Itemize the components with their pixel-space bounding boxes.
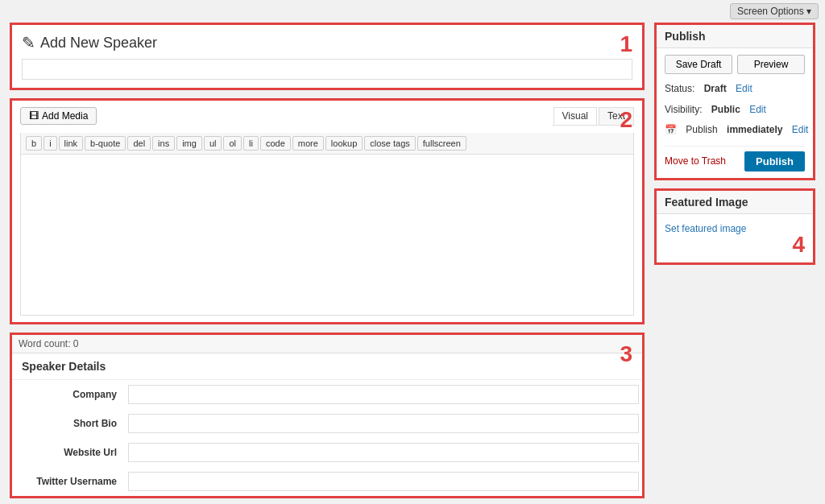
media-icon: 🎞 [29,110,39,122]
toolbar-ul[interactable]: ul [204,136,222,151]
meta-section: Word count: 0 Speaker Details Company Sh… [10,333,645,498]
toolbar-ins[interactable]: ins [152,136,175,151]
editor-section: 🎞 Add Media Visual Text b i link b-quote… [10,98,645,324]
featured-image-panel: Featured Image Set featured image 4 [654,188,815,265]
editor-body[interactable] [20,155,634,316]
twitter-username-label: Twitter Username [12,467,125,496]
toolbar-del[interactable]: del [127,136,151,151]
website-url-label: Website Url [12,438,125,467]
toolbar-fullscreen[interactable]: fullscreen [417,136,466,151]
set-featured-image-link[interactable]: Set featured image [665,223,746,234]
publish-time-label: Publish [686,122,717,139]
visibility-edit-link[interactable]: Edit [749,101,766,119]
visibility-value: Public [711,101,740,119]
speaker-details-title: Speaker Details [12,353,642,380]
editor-toolbar: b i link b-quote del ins img ul ol li co… [20,133,634,155]
short-bio-label: Short Bio [12,409,125,438]
status-value: Draft [704,81,727,98]
section-4-label: 4 [792,232,805,258]
preview-button[interactable]: Preview [737,55,805,74]
visibility-label: Visibility: [665,101,702,119]
company-label: Company [12,380,125,409]
title-input[interactable] [22,59,632,80]
toolbar-link[interactable]: link [59,136,84,151]
featured-image-panel-header: Featured Image [657,191,813,214]
twitter-username-input[interactable] [128,472,639,491]
toolbar-lookup[interactable]: lookup [325,136,363,151]
toolbar-italic[interactable]: i [44,136,56,151]
word-count-bar: Word count: 0 [12,335,642,353]
toolbar-bold[interactable]: b [26,136,42,151]
company-input[interactable] [128,385,639,404]
title-section: ✎ Add New Speaker 1 [10,23,645,90]
website-url-input[interactable] [128,443,639,462]
field-row-bio: Short Bio [12,409,642,438]
edit-icon: ✎ [22,33,35,52]
save-draft-button[interactable]: Save Draft [665,55,732,74]
short-bio-input[interactable] [128,414,639,433]
move-to-trash-link[interactable]: Move to Trash [665,155,726,167]
toolbar-bquote[interactable]: b-quote [85,136,126,151]
section-3-label: 3 [620,341,632,367]
field-row-twitter: Twitter Username [12,467,642,496]
calendar-icon: 📅 [665,122,677,139]
tab-visual[interactable]: Visual [553,107,597,125]
toolbar-img[interactable]: img [176,136,202,151]
toolbar-more[interactable]: more [292,136,324,151]
publish-panel: Publish Save Draft Preview Status: Draft… [654,23,815,180]
publish-time-value: immediately [727,122,782,139]
screen-options-button[interactable]: Screen Options ▾ [730,3,819,19]
toolbar-close-tags[interactable]: close tags [364,136,416,151]
page-title: ✎ Add New Speaker [22,33,632,52]
publish-button[interactable]: Publish [744,151,805,171]
toolbar-code[interactable]: code [260,136,291,151]
field-row-company: Company [12,380,642,409]
publish-time-edit-link[interactable]: Edit [792,122,809,139]
toolbar-li[interactable]: li [243,136,259,151]
add-media-button[interactable]: 🎞 Add Media [20,107,97,125]
screen-options-bar: Screen Options ▾ [0,0,825,23]
field-row-website: Website Url [12,438,642,467]
featured-image-body: Set featured image 4 [657,214,813,262]
status-label: Status: [665,81,694,98]
toolbar-ol[interactable]: ol [223,136,242,151]
section-2-label: 2 [620,107,632,133]
publish-panel-header: Publish [657,25,813,48]
section-1-label: 1 [620,31,632,57]
status-edit-link[interactable]: Edit [736,81,752,98]
